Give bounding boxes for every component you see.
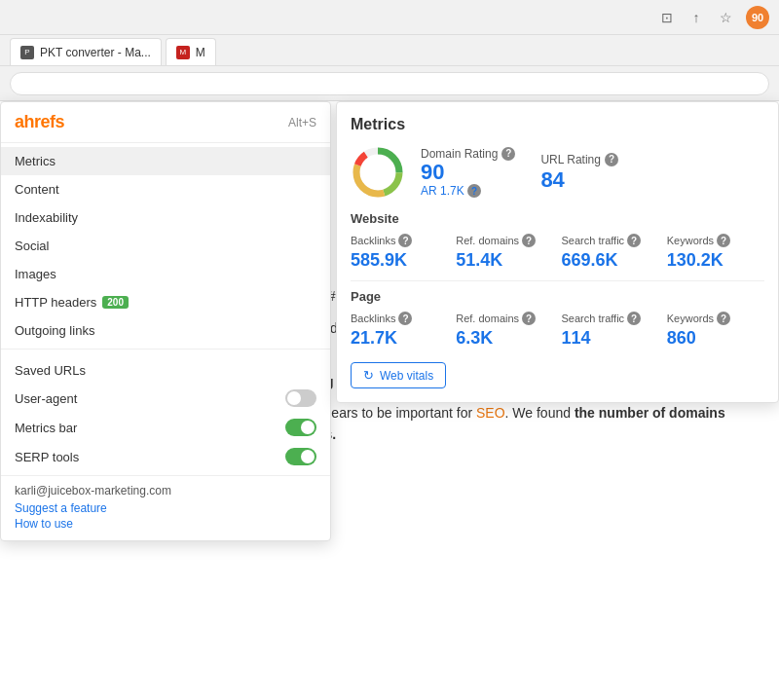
website-ref-domains-label: Ref. domains ? [456,234,553,247]
browser-chrome: ⊡ ↑ ☆ 90 [0,0,779,35]
page-keywords-cell: Keywords ? 860 [667,312,764,349]
url-rating-info: URL Rating ? 84 [540,153,618,192]
nav-item-metrics[interactable]: Metrics [1,147,330,175]
url-rating-help-icon[interactable]: ? [605,153,618,166]
page-keywords-value: 860 [667,328,764,349]
url-rating-label: URL Rating ? [540,153,618,166]
website-backlinks-value: 585.9K [351,250,448,271]
website-backlinks-label: Backlinks ? [351,234,448,247]
user-avatar[interactable]: 90 [746,6,769,29]
website-keywords-cell: Keywords ? 130.2K [667,234,764,271]
dr-value: 90 [421,161,515,184]
url-rating-value: 84 [540,168,618,192]
website-ref-domains-cell: Ref. domains ? 51.4K [456,234,553,271]
page-ref-domains-label: Ref. domains ? [456,312,553,325]
nav-label-indexability: Indexability [15,210,78,225]
metrics-panel: Metrics [336,101,779,403]
tab-1[interactable]: P PKT converter - Ma... [10,38,162,65]
address-field[interactable] [10,72,769,95]
main-area: RD 51.4K ST 669.6K With the help of o An… [0,101,779,700]
browser-icon-group: ⊡ ↑ ☆ 90 [658,6,769,29]
ar-help-icon[interactable]: ? [467,184,481,198]
dr-label: Domain Rating ? [421,147,515,161]
website-search-traffic-cell: Search traffic ? 669.6K [562,234,659,271]
http-headers-badge: 200 [102,296,129,309]
ahrefs-nav: Metrics Content Indexability Social [1,143,330,350]
ahrefs-secondary-nav: Saved URLs User-agent Metrics bar SERP t… [1,350,330,476]
donut-svg [351,145,405,200]
metrics-panel-title: Metrics [351,116,764,133]
saved-urls-label: Saved URLs [15,363,86,378]
page-backlinks-help-icon[interactable]: ? [398,312,412,325]
page-ref-domains-value: 6.3K [456,328,553,349]
user-agent-label: User-agent [15,391,77,406]
page-backlinks-value: 21.7K [351,328,448,349]
nav-item-http-headers[interactable]: HTTP headers 200 [1,288,330,316]
ahrefs-logo: ahrefs [15,112,64,132]
website-backlinks-cell: Backlinks ? 585.9K [351,234,448,271]
tab1-favicon: P [20,46,34,59]
bookmark-icon[interactable]: ☆ [717,9,734,26]
dr-help-icon[interactable]: ? [501,147,515,161]
nav-label-http-headers: HTTP headers [15,295,96,310]
ahrefs-header: ahrefs Alt+S [1,102,330,143]
page-search-traffic-help-icon[interactable]: ? [627,312,641,325]
secondary-item-serp-tools[interactable]: SERP tools [1,442,330,471]
donut-chart [351,145,405,200]
serp-tools-toggle[interactable] [285,448,316,465]
metrics-bar-toggle[interactable] [285,419,316,436]
tab-2[interactable]: M M [166,38,216,65]
nav-label-outgoing-links: Outgoing links [15,323,94,338]
website-metrics-grid: Backlinks ? 585.9K Ref. domains ? 51.4K … [351,234,764,271]
page-ref-domains-cell: Ref. domains ? 6.3K [456,312,553,349]
svg-point-4 [356,151,399,194]
page-keywords-label: Keywords ? [667,312,764,325]
metrics-bar-label: Metrics bar [15,421,77,435]
website-search-traffic-value: 669.6K [562,250,659,271]
page-search-traffic-cell: Search traffic ? 114 [562,312,659,349]
share-icon[interactable]: ↑ [687,9,705,26]
user-agent-toggle[interactable] [285,389,316,407]
page-metrics-grid: Backlinks ? 21.7K Ref. domains ? 6.3K Se… [351,312,764,349]
dr-ar: AR 1.7K ? [421,184,515,199]
tab1-title: PKT converter - Ma... [40,46,151,59]
nav-item-images[interactable]: Images [1,260,330,288]
nav-item-content[interactable]: Content [1,175,330,203]
keywords-help-icon[interactable]: ? [717,234,730,247]
ahrefs-panel: ahrefs Alt+S Metrics Content Indexabilit… [0,101,331,541]
search-traffic-help-icon[interactable]: ? [627,234,641,247]
ahrefs-footer: karli@juicebox-marketing.com Suggest a f… [1,476,330,540]
nav-item-outgoing-links[interactable]: Outgoing links [1,316,330,345]
website-search-traffic-label: Search traffic ? [562,234,659,247]
website-ref-domains-value: 51.4K [456,250,553,271]
nav-label-images: Images [15,267,56,281]
backlinks-help-icon[interactable]: ? [398,234,412,247]
secondary-item-metrics-bar[interactable]: Metrics bar [1,413,330,442]
serp-tools-label: SERP tools [15,450,79,464]
ref-domains-help-icon[interactable]: ? [522,234,536,247]
tab2-title: M [196,46,205,59]
nav-label-social: Social [15,239,49,253]
page-keywords-help-icon[interactable]: ? [717,312,730,325]
toggle-thumb-2 [301,421,315,434]
secondary-item-user-agent[interactable]: User-agent [1,384,330,413]
footer-email: karli@juicebox-marketing.com [15,484,316,497]
toggle-thumb-3 [301,450,315,463]
website-keywords-label: Keywords ? [667,234,764,247]
tab2-favicon: M [176,46,190,59]
website-keywords-value: 130.2K [667,250,764,271]
website-section-header: Website [351,211,764,226]
secondary-item-saved-urls[interactable]: Saved URLs [1,357,330,384]
cast-icon[interactable]: ⊡ [658,9,676,26]
page-section-header: Page [351,289,764,304]
nav-item-indexability[interactable]: Indexability [1,203,330,232]
divider [351,280,764,281]
page-ref-domains-help-icon[interactable]: ? [522,312,536,325]
address-bar [0,66,779,101]
web-vitals-button[interactable]: ↻ Web vitals [351,362,446,388]
domain-rating-row: Domain Rating ? 90 AR 1.7K ? URL Rating … [351,145,764,200]
nav-label-metrics: Metrics [15,154,56,168]
nav-item-social[interactable]: Social [1,232,330,260]
how-to-use-link[interactable]: How to use [15,517,316,531]
suggest-feature-link[interactable]: Suggest a feature [15,501,316,515]
